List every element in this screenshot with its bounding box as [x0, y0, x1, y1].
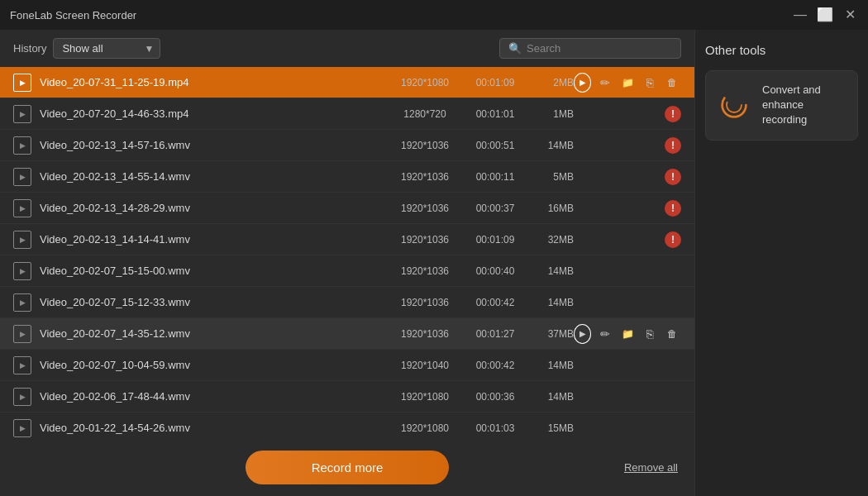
share-button[interactable]: ⎘ [641, 324, 659, 344]
file-actions: ! [574, 231, 681, 248]
file-resolution: 1920*1036 [388, 234, 462, 246]
file-size: 2MB [528, 77, 574, 88]
file-duration: 00:00:36 [462, 391, 528, 403]
file-duration: 00:01:01 [462, 108, 528, 120]
file-size: 32MB [528, 234, 574, 246]
share-button[interactable]: ⎘ [641, 73, 659, 93]
file-type-icon: ▶ [13, 136, 31, 155]
file-name: Video_20-02-13_14-55-14.wmv [40, 170, 388, 183]
file-resolution: 1920*1036 [388, 171, 462, 183]
right-panel: Other tools Convert and enhance recordin… [694, 30, 868, 496]
error-badge: ! [665, 106, 681, 122]
file-duration: 00:01:03 [462, 422, 528, 434]
delete-button[interactable]: 🗑 [664, 73, 681, 93]
play-button[interactable]: ▶ [574, 324, 591, 344]
play-button[interactable]: ▶ [574, 73, 591, 93]
file-duration: 00:00:51 [462, 140, 528, 151]
close-button[interactable]: ✕ [842, 7, 858, 23]
history-filter-group: History Show all Video Audio Screenshot … [13, 38, 160, 59]
file-type-icon: ▶ [13, 325, 31, 343]
file-name: Video_20-02-07_15-15-00.wmv [40, 265, 388, 277]
file-duration: 00:00:42 [462, 360, 528, 371]
search-input[interactable] [527, 42, 672, 55]
table-row[interactable]: ▶Video_20-01-22_14-54-26.wmv1920*108000:… [0, 413, 694, 439]
file-actions: ▶✏📁⎘🗑 [574, 73, 681, 93]
window-controls: — ⬜ ✕ [792, 7, 858, 23]
app-title: FoneLab Screen Recorder [10, 9, 136, 21]
file-actions: ▶✏📁⎘🗑 [574, 324, 681, 344]
tool-icon-wrap [716, 87, 752, 123]
file-type-icon: ▶ [13, 199, 31, 217]
table-row[interactable]: ▶Video_20-02-06_17-48-44.wmv1920*108000:… [0, 381, 694, 413]
file-duration: 00:01:09 [462, 77, 528, 88]
file-name: Video_20-02-07_10-04-59.wmv [40, 359, 388, 371]
main-layout: History Show all Video Audio Screenshot … [0, 30, 868, 496]
file-duration: 00:00:11 [462, 171, 528, 183]
file-name: Video_20-01-22_14-54-26.wmv [40, 422, 388, 434]
table-row[interactable]: ▶Video_20-02-13_14-57-16.wmv1920*103600:… [0, 130, 694, 161]
minimize-button[interactable]: — [792, 7, 808, 23]
file-size: 14MB [528, 265, 574, 277]
convert-enhance-tool[interactable]: Convert and enhance recording [705, 70, 858, 141]
file-name: Video_20-02-06_17-48-44.wmv [40, 390, 388, 403]
table-row[interactable]: ▶Video_20-02-07_15-12-33.wmv1920*103600:… [0, 287, 694, 318]
file-name: Video_20-02-07_14-35-12.wmv [40, 327, 388, 340]
file-type-icon: ▶ [13, 388, 31, 406]
table-row[interactable]: ▶Video_20-02-07_14-35-12.wmv1920*103600:… [0, 318, 694, 350]
file-resolution: 1920*1036 [388, 297, 462, 308]
remove-all-button[interactable]: Remove all [624, 461, 678, 474]
search-icon: 🔍 [508, 42, 522, 55]
titlebar: FoneLab Screen Recorder — ⬜ ✕ [0, 0, 868, 30]
convert-enhance-icon [719, 90, 749, 120]
delete-button[interactable]: 🗑 [664, 324, 681, 344]
file-type-icon: ▶ [13, 74, 31, 92]
header-bar: History Show all Video Audio Screenshot … [0, 30, 694, 67]
edit-button[interactable]: ✏ [596, 324, 613, 344]
file-duration: 00:01:09 [462, 234, 528, 246]
file-resolution: 1920*1036 [388, 203, 462, 214]
file-actions: ! [574, 137, 681, 154]
svg-point-0 [723, 93, 746, 117]
file-duration: 00:01:27 [462, 328, 528, 340]
filter-select[interactable]: Show all Video Audio Screenshot [53, 38, 160, 59]
table-row[interactable]: ▶Video_20-07-31_11-25-19.mp41920*108000:… [0, 67, 694, 98]
table-row[interactable]: ▶Video_20-02-07_10-04-59.wmv1920*104000:… [0, 350, 694, 381]
file-duration: 00:00:37 [462, 203, 528, 214]
file-resolution: 1920*1036 [388, 328, 462, 340]
left-panel: History Show all Video Audio Screenshot … [0, 30, 694, 496]
file-resolution: 1920*1036 [388, 265, 462, 277]
filter-container: Show all Video Audio Screenshot ▼ [53, 38, 160, 59]
file-resolution: 1920*1040 [388, 360, 462, 371]
edit-button[interactable]: ✏ [596, 73, 613, 93]
table-row[interactable]: ▶Video_20-02-13_14-55-14.wmv1920*103600:… [0, 161, 694, 193]
convert-enhance-label: Convert and enhance recording [762, 83, 847, 128]
table-row[interactable]: ▶Video_20-02-13_14-14-41.wmv1920*103600:… [0, 224, 694, 255]
folder-button[interactable]: 📁 [619, 73, 637, 93]
folder-button[interactable]: 📁 [619, 324, 637, 344]
file-resolution: 1280*720 [388, 108, 462, 120]
file-resolution: 1920*1080 [388, 391, 462, 403]
table-row[interactable]: ▶Video_20-02-07_15-15-00.wmv1920*103600:… [0, 255, 694, 287]
file-actions: ! [574, 169, 681, 185]
table-row[interactable]: ▶Video_20-07-20_14-46-33.mp41280*72000:0… [0, 98, 694, 130]
maximize-button[interactable]: ⬜ [817, 7, 833, 23]
footer: Record more Remove all [0, 439, 694, 496]
file-name: Video_20-07-31_11-25-19.mp4 [40, 76, 388, 88]
file-size: 37MB [528, 328, 574, 340]
search-container: 🔍 [499, 38, 681, 59]
file-type-icon: ▶ [13, 293, 31, 312]
file-type-icon: ▶ [13, 105, 31, 123]
error-badge: ! [665, 200, 681, 217]
file-name: Video_20-02-13_14-28-29.wmv [40, 202, 388, 214]
file-size: 1MB [528, 108, 574, 120]
file-size: 14MB [528, 297, 574, 308]
file-name: Video_20-07-20_14-46-33.mp4 [40, 107, 388, 120]
table-row[interactable]: ▶Video_20-02-13_14-28-29.wmv1920*103600:… [0, 193, 694, 224]
history-label: History [13, 42, 46, 55]
file-name: Video_20-02-07_15-12-33.wmv [40, 296, 388, 308]
other-tools-title: Other tools [705, 43, 858, 57]
file-size: 14MB [528, 391, 574, 403]
svg-point-1 [727, 98, 742, 112]
file-name: Video_20-02-13_14-57-16.wmv [40, 139, 388, 151]
record-more-button[interactable]: Record more [246, 451, 450, 484]
